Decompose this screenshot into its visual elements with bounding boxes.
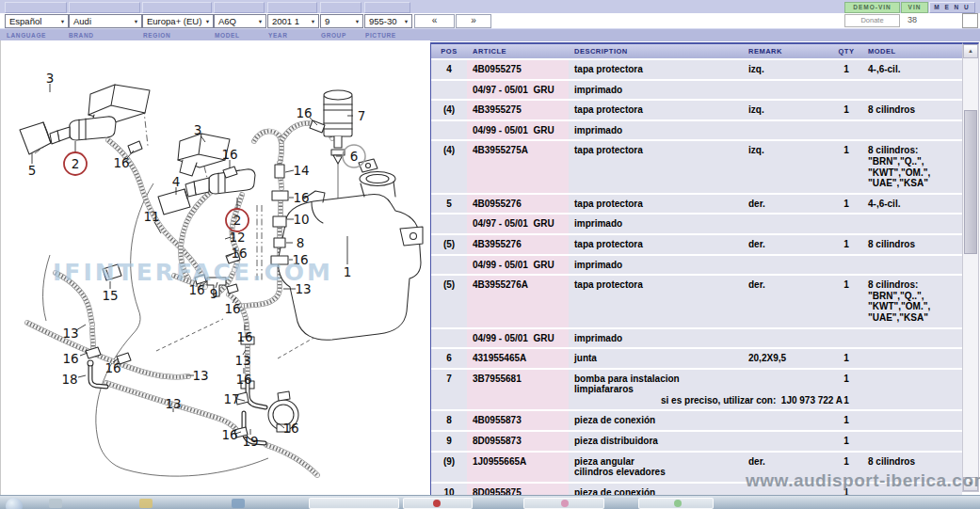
diagram-callout[interactable]: 7 xyxy=(358,108,366,123)
table-row[interactable]: 04/99 - 05/01 GRUimprimado xyxy=(431,121,962,140)
table-row[interactable]: (5)4B3955276tapa protectorader.18 cilind… xyxy=(431,235,962,254)
table-row[interactable]: (4)4B3955275Atapa protectoraizq.18 cilin… xyxy=(431,141,962,192)
vin-button[interactable]: VIN xyxy=(901,2,928,13)
diagram-callout[interactable]: 11 xyxy=(143,209,159,224)
diagram-callout[interactable]: 4 xyxy=(172,174,181,189)
diagram-callout[interactable]: 12 xyxy=(229,230,245,245)
diagram-callout[interactable]: 8 xyxy=(297,235,305,250)
diagram-callout[interactable]: 10 xyxy=(293,212,309,227)
scroll-up-icon[interactable]: ▲ xyxy=(963,44,978,58)
group-select[interactable]: 9 ▼ xyxy=(320,14,363,28)
previous-picture-button[interactable]: « xyxy=(414,14,455,28)
folder-icon[interactable] xyxy=(139,499,153,508)
table-scrollbar[interactable]: ▲ ▼ xyxy=(962,42,979,492)
diagram-callout[interactable]: 9 xyxy=(210,286,218,301)
toolbar-slot xyxy=(320,2,361,13)
table-row[interactable]: 04/97 - 05/01 GRUimprimado xyxy=(431,215,962,233)
diagram-panel: 3521611316421216167614161081613116916161… xyxy=(0,40,430,496)
diagram-callout[interactable]: 16 xyxy=(296,105,312,120)
diagram-callout[interactable]: 3 xyxy=(46,71,55,86)
parts-table-body: 44B0955275tapa protectoraizq.14-,6-cil.0… xyxy=(431,60,962,498)
table-row[interactable]: 98D0955873pieza distribuidora1 xyxy=(431,432,962,451)
table-row[interactable]: (5)4B3955276Atapa protectorader.18 cilin… xyxy=(431,276,962,326)
model-label: MODEL xyxy=(215,32,239,39)
diagram-callout[interactable]: 14 xyxy=(293,163,309,178)
table-header: POSARTICLEDESCRIPTIONREMARKQTYMODEL xyxy=(431,44,962,60)
row-note: si es preciso, utilizar con: 1J0 973 722… xyxy=(661,395,744,406)
diagram-callout[interactable]: 3 xyxy=(194,122,202,137)
group-label: GROUP xyxy=(321,32,346,39)
diagram-callout[interactable]: 16 xyxy=(235,372,251,387)
table-row[interactable]: 04/97 - 05/01 GRUimprimado xyxy=(431,81,962,100)
picture-select[interactable]: 955-30 ▼ xyxy=(364,14,412,28)
year-select[interactable]: 2001 1 ▼ xyxy=(267,14,319,28)
diagram-callout[interactable]: 16 xyxy=(104,360,120,375)
diagram-callout[interactable]: 17 xyxy=(223,391,239,406)
diagram-callout[interactable]: 2 xyxy=(233,213,242,228)
toolbar-slot xyxy=(214,2,265,13)
site-watermark: www.audisport-iberica.com xyxy=(746,470,980,491)
app-badge-icon xyxy=(674,500,682,507)
diagram-callout[interactable]: 16 xyxy=(293,190,309,205)
next-picture-button[interactable]: » xyxy=(456,14,491,28)
chevron-down-icon: ▼ xyxy=(401,19,411,24)
menu-button[interactable]: M E N U xyxy=(929,2,975,13)
toolbar-slot xyxy=(69,2,140,13)
diagram-callout[interactable]: 13 xyxy=(165,396,181,411)
diagram-callout[interactable]: 13 xyxy=(234,353,250,368)
table-row[interactable]: 84B0955873pieza de conexión1 xyxy=(431,411,962,430)
language-value: Español xyxy=(6,16,57,26)
chevron-down-icon: ▼ xyxy=(255,19,265,24)
diagram-callout[interactable]: 13 xyxy=(192,368,208,383)
table-row[interactable]: 04/99 - 05/01 GRUimprimado xyxy=(431,329,962,348)
selector-labels: LANGUAGE BRAND REGION MODEL YEAR GROUP P… xyxy=(0,28,980,41)
year-label: YEAR xyxy=(268,32,287,39)
diagram-callout[interactable]: 2 xyxy=(72,156,80,171)
start-button-icon[interactable] xyxy=(6,498,23,509)
diagram-callout[interactable]: 19 xyxy=(242,434,258,449)
picture-value: 955-30 xyxy=(365,16,401,26)
diagram-callout[interactable]: 16 xyxy=(236,329,252,344)
toolbar-checkbox[interactable] xyxy=(962,13,978,28)
region-select[interactable]: Europa+ (EU) ▼ xyxy=(142,14,214,28)
diagram-callout[interactable]: 16 xyxy=(113,155,129,170)
brand-select[interactable]: Audi ▼ xyxy=(69,14,142,28)
diagram-callout[interactable]: 16 xyxy=(221,427,237,442)
table-row[interactable]: 73B7955681bomba para instalacionlimpiafa… xyxy=(431,370,962,410)
column-header: MODEL xyxy=(862,44,962,58)
year-value: 2001 1 xyxy=(268,16,308,26)
diagram-callout[interactable]: 13 xyxy=(62,326,78,341)
taskbar-app-icon[interactable] xyxy=(232,499,245,508)
diagram-callout[interactable]: 15 xyxy=(102,288,118,303)
chevron-down-icon: ▼ xyxy=(352,19,362,24)
picture-label: PICTURE xyxy=(365,32,396,39)
column-header: DESCRIPTION xyxy=(569,44,744,58)
column-header: ARTICLE xyxy=(467,44,569,58)
table-row[interactable]: 6431955465Ajunta20,2X9,51 xyxy=(431,349,962,368)
diagram-callout[interactable]: 16 xyxy=(224,301,240,316)
demo-vin-button[interactable]: DEMO-VIN xyxy=(844,2,900,13)
donate-button[interactable]: Donate xyxy=(844,14,900,27)
app-badge-icon xyxy=(433,500,441,507)
language-select[interactable]: Español ▼ xyxy=(5,14,69,28)
table-row[interactable]: 44B0955275tapa protectoraizq.14-,6-cil. xyxy=(431,60,962,79)
scrollbar-thumb[interactable] xyxy=(964,110,977,254)
app-window: DEMO-VIN VIN M E N U Español ▼ Audi ▼ Eu… xyxy=(0,0,980,509)
diagram-callout[interactable]: 6 xyxy=(350,149,359,164)
toolbar-slot xyxy=(142,2,212,13)
table-row[interactable]: (4)4B3955275tapa protectoraizq.18 cilind… xyxy=(431,101,962,119)
taskbar-window-button[interactable] xyxy=(309,498,399,509)
model-select[interactable]: A6Q ▼ xyxy=(214,14,266,28)
table-row[interactable]: 54B0955276tapa protectorader.14-,6-cil. xyxy=(431,195,962,214)
diagram-callout[interactable]: 18 xyxy=(61,372,77,387)
diagram-callout[interactable]: 16 xyxy=(282,421,298,436)
region-label: REGION xyxy=(143,32,170,39)
taskbar-app-icon[interactable] xyxy=(49,499,62,508)
diagram-callout[interactable]: 16 xyxy=(62,351,78,366)
diagram-callout[interactable]: 5 xyxy=(28,163,37,178)
diagram-callout[interactable]: 16 xyxy=(221,147,237,162)
parts-table: POSARTICLEDESCRIPTIONREMARKQTYMODEL 44B0… xyxy=(430,42,962,498)
column-header: REMARK xyxy=(744,44,830,58)
column-header: QTY xyxy=(830,44,862,58)
table-row[interactable]: 04/99 - 05/01 GRUimprimado xyxy=(431,256,962,275)
